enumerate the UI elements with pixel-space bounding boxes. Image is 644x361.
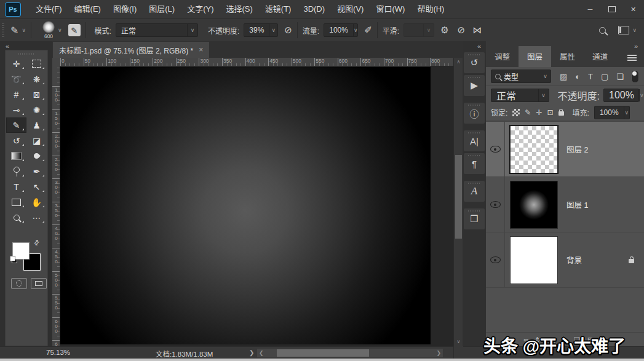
layer-row-2[interactable]: 背景 (486, 232, 644, 288)
brush-preset-icon[interactable]: ✎ (10, 25, 18, 36)
lock-pixels-icon[interactable]: ✎ (525, 108, 531, 117)
menu-item-8[interactable]: 视图(V) (331, 0, 370, 18)
path-selection-tool[interactable]: ↖ (26, 179, 47, 194)
lock-artboard-icon[interactable]: ⊡ (547, 108, 553, 117)
glyphs-panel-icon[interactable]: A (464, 181, 485, 202)
brush-size-picker[interactable]: 600 (42, 21, 55, 39)
filter-smart-object-icon[interactable]: ❏ (616, 72, 624, 81)
menu-item-7[interactable]: 3D(D) (297, 0, 331, 18)
horizontal-scrollbar[interactable]: ❮ ❯ (257, 349, 443, 357)
workspace-switcher-icon[interactable] (618, 26, 629, 34)
pen-tool[interactable]: ✒ (26, 164, 47, 179)
blend-mode-dropdown[interactable]: 正常 ∨ (116, 23, 198, 37)
move-tool[interactable]: ✛ (6, 56, 26, 71)
layer-thumbnail[interactable] (510, 236, 558, 284)
frame-tool[interactable]: ⊠ (26, 87, 47, 102)
status-flyout-icon[interactable]: ❯ (249, 349, 254, 356)
layer-filter-dropdown[interactable]: 类型 ∨ (491, 69, 551, 83)
menu-item-5[interactable]: 选择(S) (220, 0, 258, 18)
eyedropper-tool[interactable]: ⊸ (6, 102, 26, 117)
filter-adjustment-icon[interactable]: ◐ (575, 72, 580, 81)
type-tool[interactable]: T (6, 179, 26, 194)
layer-row-1[interactable]: 图层 1 (486, 177, 644, 232)
info-panel-icon[interactable]: ⓘ (464, 103, 485, 124)
lock-all-icon[interactable] (559, 111, 564, 116)
clone-stamp-tool[interactable]: ♟ (26, 117, 47, 133)
layer-opacity-dropdown[interactable]: 100% ∨ (603, 89, 639, 102)
layer-thumbnail[interactable] (510, 125, 558, 173)
menu-item-3[interactable]: 图层(L) (143, 0, 181, 18)
spot-healing-brush-tool[interactable]: ✺ (26, 102, 47, 117)
brush-preset-chevron-icon[interactable]: ∨ (22, 27, 26, 33)
rectangle-tool[interactable] (6, 194, 26, 210)
maximize-button[interactable] (601, 0, 622, 18)
panel-tab-通道[interactable]: 通道 (584, 46, 616, 67)
layer-visibility-toggle[interactable] (486, 177, 505, 232)
layer-visibility-toggle[interactable] (486, 122, 505, 177)
search-icon[interactable] (599, 27, 606, 34)
3d-panel-icon[interactable]: ❒ (464, 208, 485, 229)
lock-position-icon[interactable]: ✛ (536, 108, 542, 117)
document-canvas[interactable] (60, 67, 431, 344)
layer-name[interactable]: 图层 1 (566, 199, 588, 210)
scroll-up-icon[interactable]: ∧ (454, 59, 463, 65)
pressure-opacity-icon[interactable]: ⊘ (284, 25, 292, 36)
menu-item-1[interactable]: 编辑(E) (68, 0, 107, 18)
opacity-dropdown[interactable]: 39% ∨ (244, 23, 278, 37)
document-tab[interactable]: 未标题-1.psd @ 75.1% (图层 2, RGB/8) * × (53, 42, 209, 58)
filter-image-icon[interactable]: ▨ (560, 72, 567, 81)
zoom-level-value[interactable]: 75.13% (46, 349, 70, 356)
character-panel-icon[interactable]: A| (464, 130, 485, 151)
pressure-size-icon[interactable]: ⊘ (458, 25, 466, 36)
panel-tab-属性[interactable]: 属性 (551, 46, 584, 67)
hand-tool[interactable]: ✋ (26, 194, 47, 210)
lasso-tool[interactable]: ➰ (6, 71, 26, 87)
blur-tool[interactable] (26, 148, 47, 164)
quick-selection-tool[interactable]: ❋ (26, 71, 47, 87)
minimize-button[interactable]: ─ (579, 0, 601, 18)
scroll-down-icon[interactable]: ∨ (454, 339, 463, 345)
layer-visibility-toggle[interactable] (486, 232, 505, 287)
lock-transparency-icon[interactable] (512, 109, 520, 116)
screen-mode-button[interactable] (31, 278, 47, 289)
panel-tab-调整[interactable]: 调整 (486, 46, 519, 67)
airbrush-icon[interactable]: ✐ (364, 25, 372, 36)
paragraph-panel-icon[interactable]: ¶ (464, 153, 485, 174)
expand-panels-icon[interactable]: « (477, 42, 481, 50)
workspace-chevron-icon[interactable]: ∨ (632, 27, 637, 33)
scroll-left-icon[interactable]: ❮ (259, 350, 264, 356)
horizontal-scroll-thumb[interactable] (277, 349, 369, 357)
history-brush-tool[interactable]: ↺ (6, 133, 26, 148)
menu-item-4[interactable]: 文字(Y) (181, 0, 220, 18)
toggle-brush-settings-icon[interactable]: ✎ (68, 24, 81, 36)
gear-icon[interactable]: ⚙ (440, 25, 448, 36)
menu-item-10[interactable]: 帮助(H) (411, 0, 450, 18)
quick-mask-button[interactable] (11, 278, 27, 289)
panel-tab-图层[interactable]: 图层 (519, 46, 551, 67)
swap-colors-icon[interactable]: ⇄ (32, 238, 42, 248)
horizontal-ruler[interactable]: 0501001502002503003504004505005506006507… (60, 58, 453, 66)
filter-toggle-switch[interactable] (631, 70, 639, 83)
zoom-tool[interactable] (6, 210, 26, 225)
close-button[interactable]: ✕ (622, 0, 644, 18)
layer-name[interactable]: 图层 2 (566, 143, 588, 155)
layer-blend-mode-dropdown[interactable]: 正常 ∨ (491, 89, 549, 102)
menu-item-0[interactable]: 文件(F) (30, 0, 68, 18)
collapse-tools-icon[interactable]: « (6, 42, 9, 50)
filter-shape-icon[interactable]: ▢ (601, 72, 608, 81)
flow-dropdown[interactable]: 100% ∨ (324, 23, 358, 37)
menu-item-2[interactable]: 图像(I) (107, 0, 143, 18)
menu-item-6[interactable]: 滤镜(T) (259, 0, 298, 18)
edit-toolbar-button[interactable]: ⋯ (26, 210, 47, 225)
brush-size-chevron-icon[interactable]: ∨ (58, 27, 62, 33)
layer-row-0[interactable]: 图层 2 (486, 122, 644, 177)
dodge-tool[interactable] (6, 164, 26, 179)
actions-panel-icon[interactable]: ▶ (464, 75, 485, 96)
canvas-viewport[interactable] (60, 66, 453, 346)
vertical-scroll-thumb[interactable] (455, 155, 462, 239)
toolbar-gripper[interactable] (18, 53, 34, 55)
crop-tool[interactable]: # (6, 87, 26, 102)
history-panel-icon[interactable]: ↺ (464, 52, 485, 73)
layer-thumbnail[interactable] (510, 181, 558, 229)
gradient-tool[interactable] (6, 148, 26, 164)
